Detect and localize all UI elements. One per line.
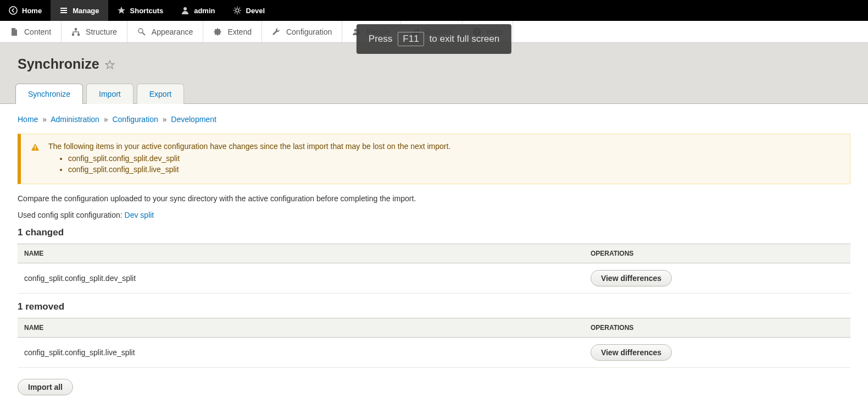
content-region: Home » Administration » Configuration » … xyxy=(0,104,868,406)
description-split: Used config split configuration: Dev spl… xyxy=(18,211,850,219)
view-differences-button[interactable]: View differences xyxy=(591,344,672,361)
cell-name: config_split.config_split.dev_split xyxy=(18,263,584,294)
col-operations: OPERATIONS xyxy=(584,244,850,263)
svg-rect-4 xyxy=(72,34,74,36)
svg-point-2 xyxy=(236,9,239,12)
document-icon xyxy=(10,27,19,36)
fs-press: Press xyxy=(369,34,392,45)
warning-icon xyxy=(31,142,40,152)
table-row: config_split.config_split.live_split Vie… xyxy=(18,338,850,368)
split-prefix: Used config split configuration: xyxy=(18,211,125,219)
svg-point-6 xyxy=(138,29,143,33)
star-outline-icon[interactable] xyxy=(105,56,115,72)
paint-icon xyxy=(137,27,146,36)
shortcuts-label: Shortcuts xyxy=(130,7,164,15)
breadcrumb-separator: » xyxy=(163,115,167,124)
configuration-label: Configuration xyxy=(286,27,332,36)
top-toolbar: Home Manage Shortcuts admin Devel xyxy=(0,0,868,21)
svg-point-1 xyxy=(183,7,187,10)
import-all-button[interactable]: Import all xyxy=(18,379,73,395)
changed-heading: 1 changed xyxy=(18,227,850,238)
removed-heading: 1 removed xyxy=(18,301,850,312)
removed-table: NAME OPERATIONS config_split.config_spli… xyxy=(18,318,850,368)
breadcrumb-separator: » xyxy=(104,115,108,124)
configuration-link[interactable]: Configuration xyxy=(262,21,342,42)
svg-rect-3 xyxy=(75,28,77,30)
fs-key: F11 xyxy=(398,32,424,46)
devel-label: Devel xyxy=(246,7,265,15)
back-icon xyxy=(9,6,18,15)
admin-user-button[interactable]: admin xyxy=(172,0,224,21)
col-name: NAME xyxy=(18,318,584,338)
admin-label: admin xyxy=(194,7,215,15)
user-icon xyxy=(181,6,190,15)
description-compare: Compare the configuration uploaded to yo… xyxy=(18,194,850,203)
manage-label: Manage xyxy=(73,7,99,15)
extend-link[interactable]: Extend xyxy=(203,21,262,42)
appearance-link[interactable]: Appearance xyxy=(127,21,204,42)
svg-rect-14 xyxy=(35,146,36,148)
breadcrumb: Home » Administration » Configuration » … xyxy=(18,115,850,124)
tab-export[interactable]: Export xyxy=(137,84,184,104)
breadcrumb-home[interactable]: Home xyxy=(18,115,38,124)
tabs: Synchronize Import Export xyxy=(15,83,850,103)
cell-operations: View differences xyxy=(584,263,850,294)
structure-label: Structure xyxy=(86,27,117,36)
page-title: Synchronize xyxy=(18,56,850,72)
dev-split-link[interactable]: Dev split xyxy=(125,211,154,219)
svg-rect-15 xyxy=(35,149,36,150)
breadcrumb-separator: » xyxy=(42,115,47,124)
appearance-label: Appearance xyxy=(152,27,193,36)
breadcrumb-configuration[interactable]: Configuration xyxy=(112,115,158,124)
content-link[interactable]: Content xyxy=(0,21,62,42)
tab-import[interactable]: Import xyxy=(86,84,133,104)
devel-button[interactable]: Devel xyxy=(224,0,274,21)
svg-point-0 xyxy=(9,7,17,14)
breadcrumb-development[interactable]: Development xyxy=(171,115,216,124)
warning-list: config_split.config_split.dev_split conf… xyxy=(68,154,840,174)
gear-icon xyxy=(233,6,242,15)
manage-button[interactable]: Manage xyxy=(51,0,108,21)
table-row: config_split.config_split.dev_split View… xyxy=(18,263,850,294)
warning-message: The following items in your active confi… xyxy=(18,134,850,184)
col-name: NAME xyxy=(18,244,584,263)
shortcuts-button[interactable]: Shortcuts xyxy=(108,0,173,21)
content-label: Content xyxy=(24,27,51,36)
home-button[interactable]: Home xyxy=(0,0,51,21)
hierarchy-icon xyxy=(71,27,80,36)
col-operations: OPERATIONS xyxy=(584,318,850,338)
changed-table: NAME OPERATIONS config_split.config_spli… xyxy=(18,244,850,294)
warning-item: config_split.config_split.dev_split xyxy=(68,154,840,163)
warning-text: The following items in your active confi… xyxy=(48,142,840,151)
hamburger-icon xyxy=(59,6,68,15)
wrench-icon xyxy=(272,27,281,36)
warning-item: config_split.config_split.live_split xyxy=(68,165,840,174)
extend-label: Extend xyxy=(227,27,252,36)
home-label: Home xyxy=(22,7,42,15)
structure-link[interactable]: Structure xyxy=(62,21,127,42)
fs-rest: to exit full screen xyxy=(430,34,500,45)
svg-rect-5 xyxy=(77,34,80,36)
cell-name: config_split.config_split.live_split xyxy=(18,338,584,368)
fullscreen-overlay: Press F11 to exit full screen xyxy=(357,24,511,54)
page-title-text: Synchronize xyxy=(18,56,99,72)
view-differences-button[interactable]: View differences xyxy=(591,270,672,286)
puzzle-icon xyxy=(213,27,222,36)
cell-operations: View differences xyxy=(584,338,850,368)
tab-synchronize[interactable]: Synchronize xyxy=(15,84,83,104)
star-icon xyxy=(117,6,126,15)
breadcrumb-administration[interactable]: Administration xyxy=(51,115,99,124)
